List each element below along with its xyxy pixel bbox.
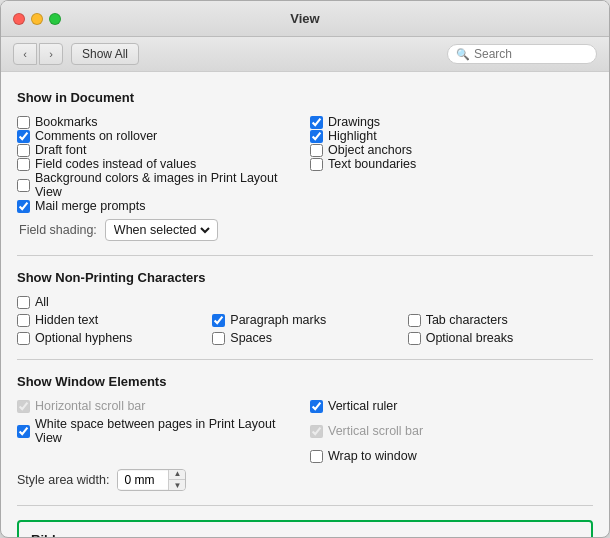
drawings-checkbox[interactable] (310, 116, 323, 129)
bookmarks-checkbox[interactable] (17, 116, 30, 129)
checkbox-vert-scroll: Vertical scroll bar (310, 417, 593, 445)
checkbox-paragraph-marks: Paragraph marks (212, 313, 397, 327)
show-in-document-title: Show in Document (17, 90, 593, 105)
checkbox-wrap-window: Wrap to window (310, 449, 593, 463)
traffic-lights (13, 13, 61, 25)
checkbox-optional-breaks: Optional breaks (408, 331, 593, 345)
ribbon-title: Ribbon (31, 532, 579, 537)
window-title: View (290, 11, 319, 26)
field-shading-label: Field shading: (19, 223, 97, 237)
stepper-down-button[interactable]: ▼ (169, 480, 185, 491)
spaces-checkbox[interactable] (212, 332, 225, 345)
stepper-buttons: ▲ ▼ (168, 469, 185, 491)
checkbox-tab-chars: Tab characters (408, 313, 593, 327)
checkbox-comments: Comments on rollover (17, 129, 300, 143)
field-codes-checkbox[interactable] (17, 158, 30, 171)
optional-breaks-label: Optional breaks (426, 331, 514, 345)
text-boundaries-label: Text boundaries (328, 157, 416, 171)
checkbox-drawings: Drawings (310, 115, 593, 129)
preferences-window: View ‹ › Show All 🔍 Show in Document Boo… (0, 0, 610, 538)
checkbox-bookmarks: Bookmarks (17, 115, 300, 129)
checkbox-mail-merge: Mail merge prompts (17, 199, 300, 213)
title-bar: View (1, 1, 609, 37)
horiz-scroll-label: Horizontal scroll bar (35, 399, 145, 413)
checkbox-horiz-scroll: Horizontal scroll bar (17, 399, 300, 413)
tab-chars-label: Tab characters (426, 313, 508, 327)
white-space-checkbox[interactable] (17, 425, 30, 438)
horiz-scroll-checkbox (17, 400, 30, 413)
paragraph-marks-checkbox[interactable] (212, 314, 225, 327)
all-label: All (35, 295, 49, 309)
search-box: 🔍 (447, 44, 597, 64)
show-all-button[interactable]: Show All (71, 43, 139, 65)
white-space-label: White space between pages in Print Layou… (35, 417, 300, 445)
checkbox-field-codes: Field codes instead of values (17, 157, 300, 171)
vertical-ruler-label: Vertical ruler (328, 399, 397, 413)
stepper-up-button[interactable]: ▲ (169, 469, 185, 480)
checkbox-optional-hyphens: Optional hyphens (17, 331, 202, 345)
vert-scroll-checkbox (310, 425, 323, 438)
search-input[interactable] (474, 47, 588, 61)
checkbox-hidden-text: Hidden text (17, 313, 202, 327)
wrap-window-checkbox[interactable] (310, 450, 323, 463)
checkbox-highlight: Highlight (310, 129, 593, 143)
tab-chars-checkbox[interactable] (408, 314, 421, 327)
search-icon: 🔍 (456, 48, 470, 61)
checkbox-object-anchors: Object anchors (310, 143, 593, 157)
vert-scroll-label: Vertical scroll bar (328, 424, 423, 438)
bookmarks-label: Bookmarks (35, 115, 98, 129)
optional-breaks-checkbox[interactable] (408, 332, 421, 345)
back-button[interactable]: ‹ (13, 43, 37, 65)
checkbox-text-boundaries: Text boundaries (310, 157, 593, 171)
checkbox-vertical-ruler: Vertical ruler (310, 399, 593, 413)
draft-font-label: Draft font (35, 143, 86, 157)
ribbon-section: Ribbon Show developer tab Show group tit… (17, 520, 593, 537)
optional-hyphens-label: Optional hyphens (35, 331, 132, 345)
content-area: Show in Document Bookmarks Comments on r… (1, 72, 609, 537)
checkbox-white-space: White space between pages in Print Layou… (17, 417, 300, 445)
divider-1 (17, 255, 593, 256)
paragraph-marks-label: Paragraph marks (230, 313, 326, 327)
mail-merge-label: Mail merge prompts (35, 199, 145, 213)
field-shading-select[interactable]: Always When selected Never (110, 222, 213, 238)
style-area-label: Style area width: (17, 473, 109, 487)
background-label: Background colors & images in Print Layo… (35, 171, 300, 199)
vertical-ruler-checkbox[interactable] (310, 400, 323, 413)
hidden-text-checkbox[interactable] (17, 314, 30, 327)
checkbox-spaces: Spaces (212, 331, 397, 345)
field-shading-select-wrapper: Always When selected Never (105, 219, 218, 241)
hidden-text-label: Hidden text (35, 313, 98, 327)
toolbar: ‹ › Show All 🔍 (1, 37, 609, 72)
close-button[interactable] (13, 13, 25, 25)
divider-2 (17, 359, 593, 360)
style-area-stepper: ▲ ▼ (117, 469, 186, 491)
window-elements-title: Show Window Elements (17, 374, 593, 389)
object-anchors-label: Object anchors (328, 143, 412, 157)
style-area-input[interactable] (118, 471, 168, 489)
wrap-window-label: Wrap to window (328, 449, 417, 463)
background-checkbox[interactable] (17, 179, 30, 192)
optional-hyphens-checkbox[interactable] (17, 332, 30, 345)
checkbox-draft-font: Draft font (17, 143, 300, 157)
spaces-label: Spaces (230, 331, 272, 345)
field-codes-label: Field codes instead of values (35, 157, 196, 171)
minimize-button[interactable] (31, 13, 43, 25)
comments-label: Comments on rollover (35, 129, 157, 143)
maximize-button[interactable] (49, 13, 61, 25)
comments-checkbox[interactable] (17, 130, 30, 143)
style-area-row: Style area width: ▲ ▼ (17, 469, 593, 491)
checkbox-all: All (17, 295, 593, 309)
mail-merge-checkbox[interactable] (17, 200, 30, 213)
field-shading-row: Field shading: Always When selected Neve… (17, 219, 593, 241)
checkbox-background: Background colors & images in Print Layo… (17, 171, 300, 199)
object-anchors-checkbox[interactable] (310, 144, 323, 157)
forward-button[interactable]: › (39, 43, 63, 65)
non-printing-title: Show Non-Printing Characters (17, 270, 593, 285)
all-checkbox[interactable] (17, 296, 30, 309)
draft-font-checkbox[interactable] (17, 144, 30, 157)
highlight-checkbox[interactable] (310, 130, 323, 143)
nav-buttons: ‹ › (13, 43, 63, 65)
highlight-label: Highlight (328, 129, 377, 143)
text-boundaries-checkbox[interactable] (310, 158, 323, 171)
divider-3 (17, 505, 593, 506)
